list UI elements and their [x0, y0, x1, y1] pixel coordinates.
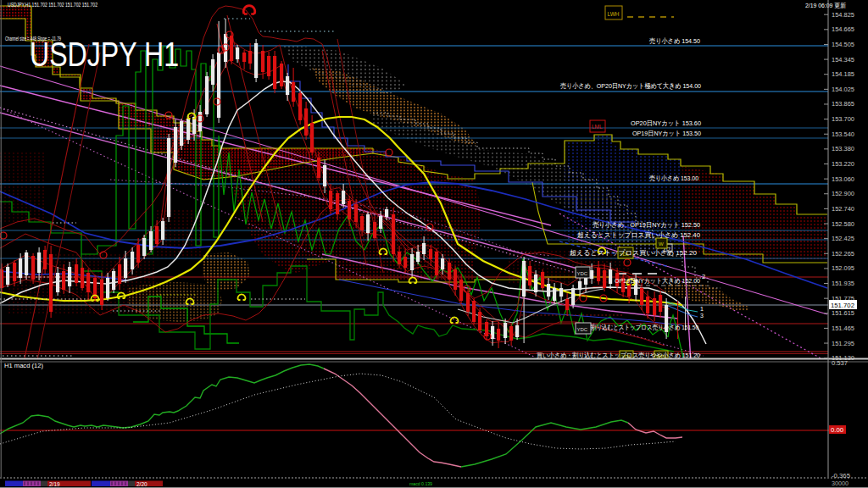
- svg-text:153.060: 153.060: [832, 176, 854, 182]
- svg-text:154.185: 154.185: [832, 71, 854, 77]
- svg-text:W: W: [659, 241, 664, 247]
- svg-text:0.00: 0.00: [831, 427, 843, 433]
- svg-text:151.465: 151.465: [832, 325, 854, 331]
- svg-text:売り小さめ 153.00: 売り小さめ 153.00: [649, 175, 698, 182]
- svg-text:OP19日NYカット 153.50: OP19日NYカット 153.50: [632, 130, 701, 137]
- svg-text:2/19: 2/19: [49, 481, 60, 487]
- svg-text:YDC: YDC: [577, 327, 588, 332]
- svg-text:OP19日NYカット大きめ 152.00: OP19日NYカット大きめ 152.00: [615, 277, 700, 285]
- svg-text:macd 0.139: macd 0.139: [409, 481, 433, 486]
- svg-text:2/20: 2/20: [136, 481, 147, 487]
- svg-text:154.025: 154.025: [832, 86, 854, 92]
- svg-text:153.220: 153.220: [832, 161, 854, 167]
- svg-text:3: 3: [700, 313, 704, 319]
- svg-text:151.702: 151.702: [831, 302, 854, 309]
- svg-text:153.540: 153.540: [832, 131, 854, 137]
- svg-text:YDC: YDC: [577, 271, 588, 276]
- svg-text:2: 2: [702, 273, 705, 280]
- svg-text:30000: 30000: [832, 480, 849, 486]
- svg-text:153.865: 153.865: [832, 101, 854, 107]
- svg-text:超えるとストップロス買い小さめ 152.20: 超えるとストップロス買い小さめ 152.20: [570, 249, 698, 257]
- svg-text:151.295: 151.295: [832, 341, 854, 347]
- svg-text:売り小さめ、OP20日NYカット極めて大きめ 154.00: 売り小さめ、OP20日NYカット極めて大きめ 154.00: [560, 82, 701, 90]
- svg-text:152.265: 152.265: [832, 251, 854, 257]
- svg-text:152.425: 152.425: [832, 236, 854, 241]
- svg-text:売り小さめ 154.50: 売り小さめ 154.50: [649, 37, 700, 45]
- svg-text:LWH: LWH: [608, 11, 620, 17]
- svg-text:OP20日NYカット 153.60: OP20日NYカット 153.60: [631, 119, 701, 127]
- svg-text:割り込むとストップロス売り小さめ 151.50: 割り込むとストップロス売り小さめ 151.50: [591, 324, 698, 331]
- svg-text:USDJPY H1: USDJPY H1: [30, 36, 179, 73]
- svg-text:0.537: 0.537: [832, 360, 848, 366]
- svg-text:LML: LML: [592, 124, 603, 130]
- svg-text:154.505: 154.505: [832, 42, 854, 47]
- svg-text:154.345: 154.345: [832, 57, 854, 63]
- svg-text:151.615: 151.615: [832, 310, 854, 316]
- svg-text:152.900: 152.900: [832, 191, 854, 197]
- svg-text:152.740: 152.740: [832, 206, 854, 212]
- svg-text:153.700: 153.700: [832, 116, 854, 122]
- svg-text:H1 macd (12): H1 macd (12): [4, 363, 43, 369]
- svg-text:152.095: 152.095: [832, 265, 854, 271]
- svg-text:2/19 06:09 更新: 2/19 06:09 更新: [805, 2, 846, 9]
- svg-text:152.580: 152.580: [832, 221, 854, 227]
- svg-text:151.935: 151.935: [832, 280, 854, 286]
- svg-text:1: 1: [700, 306, 704, 312]
- svg-text:USDJPY,H1 151.702 151.702 151.: USDJPY,H1 151.702 151.702 151.702 151.70…: [8, 2, 97, 8]
- svg-text:154.665: 154.665: [832, 26, 854, 32]
- svg-text:154.825: 154.825: [832, 12, 854, 18]
- svg-text:153.380: 153.380: [832, 146, 854, 152]
- svg-text:超えるとストップロス買い小さめ 152.40: 超えるとストップロス買い小さめ 152.40: [577, 231, 701, 239]
- svg-text:売り小さめ、OP19日NYカット 152.50: 売り小さめ、OP19日NYカット 152.50: [593, 221, 700, 229]
